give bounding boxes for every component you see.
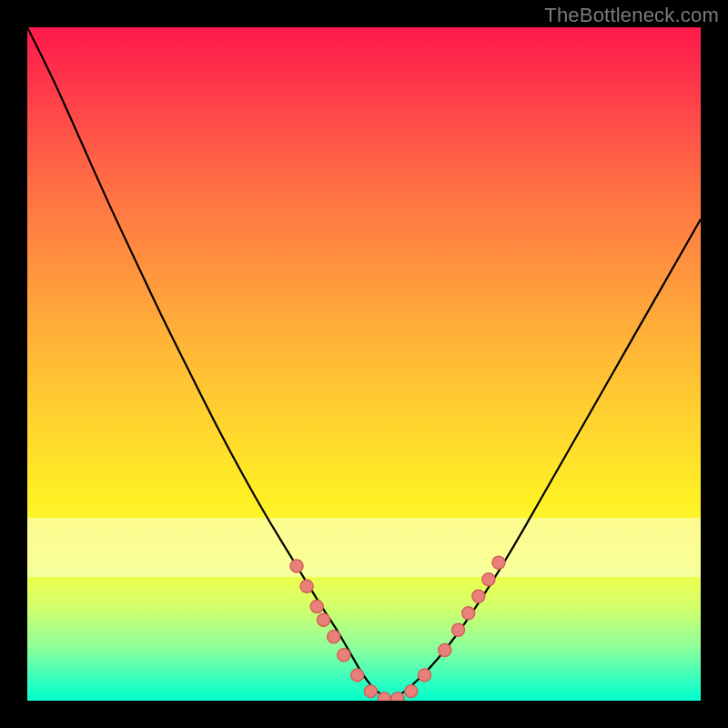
bottleneck-curve-canvas <box>27 27 701 701</box>
attribution-watermark: TheBottleneck.com <box>544 4 719 27</box>
